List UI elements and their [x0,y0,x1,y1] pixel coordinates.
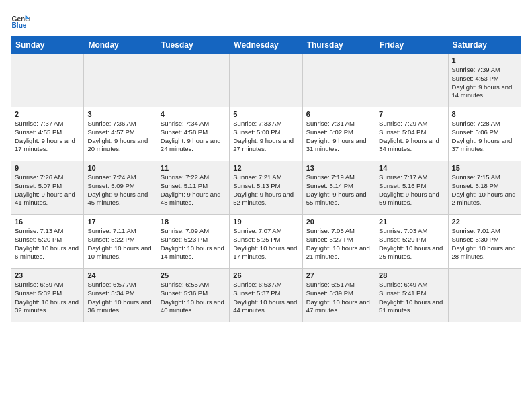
day-info: Sunrise: 7:21 AMSunset: 5:13 PMDaylight:… [233,173,298,208]
day-number: 19 [233,218,298,226]
day-info: Sunrise: 6:55 AMSunset: 5:36 PMDaylight:… [161,281,226,315]
calendar-cell: 26Sunrise: 6:53 AMSunset: 5:37 PMDayligh… [230,269,302,322]
week-row-4: 16Sunrise: 7:13 AMSunset: 5:20 PMDayligh… [11,215,521,269]
day-info: Sunrise: 7:09 AMSunset: 5:23 PMDaylight:… [161,227,226,261]
day-number: 21 [379,218,444,226]
weekday-header-tuesday: Tuesday [157,37,229,54]
day-info: Sunrise: 7:31 AMSunset: 5:02 PMDaylight:… [306,120,371,154]
day-info: Sunrise: 7:05 AMSunset: 5:27 PMDaylight:… [306,227,371,261]
day-number: 8 [452,110,517,118]
day-number: 17 [87,218,152,226]
calendar-cell: 18Sunrise: 7:09 AMSunset: 5:23 PMDayligh… [157,215,229,269]
calendar-cell: 14Sunrise: 7:17 AMSunset: 5:16 PMDayligh… [375,161,448,215]
day-number: 14 [379,164,444,172]
day-number: 26 [233,271,298,279]
day-info: Sunrise: 7:29 AMSunset: 5:04 PMDaylight:… [379,120,444,154]
day-info: Sunrise: 7:36 AMSunset: 4:57 PMDaylight:… [87,120,152,154]
day-number: 28 [379,271,444,279]
calendar-cell [230,54,302,107]
header: General Blue [11,11,521,30]
weekday-header-row: SundayMondayTuesdayWednesdayThursdayFrid… [11,37,521,54]
week-row-5: 23Sunrise: 6:59 AMSunset: 5:32 PMDayligh… [11,269,521,322]
day-number: 25 [161,271,226,279]
calendar-cell: 16Sunrise: 7:13 AMSunset: 5:20 PMDayligh… [11,215,84,269]
day-number: 4 [161,110,226,118]
calendar-cell: 22Sunrise: 7:01 AMSunset: 5:30 PMDayligh… [448,215,521,269]
day-number: 9 [15,164,80,172]
logo-icon: General Blue [11,11,30,30]
day-number: 6 [306,110,371,118]
calendar-cell: 3Sunrise: 7:36 AMSunset: 4:57 PMDaylight… [84,107,157,161]
day-info: Sunrise: 7:39 AMSunset: 4:53 PMDaylight:… [452,66,517,100]
day-number: 13 [306,164,371,172]
day-info: Sunrise: 7:24 AMSunset: 5:09 PMDaylight:… [87,173,152,208]
day-info: Sunrise: 6:53 AMSunset: 5:37 PMDaylight:… [233,281,298,315]
day-info: Sunrise: 7:28 AMSunset: 5:06 PMDaylight:… [452,120,517,154]
day-number: 11 [161,164,226,172]
calendar-cell: 21Sunrise: 7:03 AMSunset: 5:29 PMDayligh… [375,215,448,269]
calendar: SundayMondayTuesdayWednesdayThursdayFrid… [11,36,521,322]
day-number: 7 [379,110,444,118]
calendar-cell: 7Sunrise: 7:29 AMSunset: 5:04 PMDaylight… [375,107,448,161]
calendar-cell: 12Sunrise: 7:21 AMSunset: 5:13 PMDayligh… [230,161,302,215]
calendar-cell: 28Sunrise: 6:49 AMSunset: 5:41 PMDayligh… [375,269,448,322]
weekday-header-sunday: Sunday [11,37,84,54]
weekday-header-wednesday: Wednesday [230,37,302,54]
weekday-header-saturday: Saturday [448,37,521,54]
calendar-cell [84,54,157,107]
week-row-2: 2Sunrise: 7:37 AMSunset: 4:55 PMDaylight… [11,107,521,161]
calendar-cell: 6Sunrise: 7:31 AMSunset: 5:02 PMDaylight… [302,107,375,161]
calendar-cell: 9Sunrise: 7:26 AMSunset: 5:07 PMDaylight… [11,161,84,215]
day-info: Sunrise: 7:03 AMSunset: 5:29 PMDaylight:… [379,227,444,261]
day-info: Sunrise: 7:01 AMSunset: 5:30 PMDaylight:… [452,227,517,261]
calendar-cell: 15Sunrise: 7:15 AMSunset: 5:18 PMDayligh… [448,161,521,215]
calendar-cell: 27Sunrise: 6:51 AMSunset: 5:39 PMDayligh… [302,269,375,322]
day-number: 10 [87,164,152,172]
calendar-cell: 19Sunrise: 7:07 AMSunset: 5:25 PMDayligh… [230,215,302,269]
week-row-3: 9Sunrise: 7:26 AMSunset: 5:07 PMDaylight… [11,161,521,215]
calendar-cell: 11Sunrise: 7:22 AMSunset: 5:11 PMDayligh… [157,161,229,215]
day-number: 5 [233,110,298,118]
day-info: Sunrise: 6:57 AMSunset: 5:34 PMDaylight:… [87,281,152,315]
weekday-header-monday: Monday [84,37,157,54]
calendar-cell [448,269,521,322]
day-info: Sunrise: 7:07 AMSunset: 5:25 PMDaylight:… [233,227,298,261]
calendar-cell [375,54,448,107]
day-info: Sunrise: 6:49 AMSunset: 5:41 PMDaylight:… [379,281,444,315]
calendar-cell: 10Sunrise: 7:24 AMSunset: 5:09 PMDayligh… [84,161,157,215]
calendar-cell: 5Sunrise: 7:33 AMSunset: 5:00 PMDaylight… [230,107,302,161]
calendar-cell [11,54,84,107]
day-number: 3 [87,110,152,118]
calendar-cell: 1Sunrise: 7:39 AMSunset: 4:53 PMDaylight… [448,54,521,107]
weekday-header-friday: Friday [375,37,448,54]
day-info: Sunrise: 7:37 AMSunset: 4:55 PMDaylight:… [15,120,80,154]
day-info: Sunrise: 7:11 AMSunset: 5:22 PMDaylight:… [87,227,152,261]
day-number: 24 [87,271,152,279]
day-number: 18 [161,218,226,226]
calendar-cell: 20Sunrise: 7:05 AMSunset: 5:27 PMDayligh… [302,215,375,269]
day-info: Sunrise: 6:59 AMSunset: 5:32 PMDaylight:… [15,281,80,315]
day-number: 15 [452,164,517,172]
calendar-cell: 2Sunrise: 7:37 AMSunset: 4:55 PMDaylight… [11,107,84,161]
day-info: Sunrise: 7:13 AMSunset: 5:20 PMDaylight:… [15,227,80,261]
day-number: 23 [15,271,80,279]
day-number: 16 [15,218,80,226]
day-number: 1 [452,56,517,64]
day-info: Sunrise: 7:22 AMSunset: 5:11 PMDaylight:… [161,173,226,208]
calendar-cell: 24Sunrise: 6:57 AMSunset: 5:34 PMDayligh… [84,269,157,322]
day-info: Sunrise: 7:34 AMSunset: 4:58 PMDaylight:… [161,120,226,154]
day-number: 22 [452,218,517,226]
weekday-header-thursday: Thursday [302,37,375,54]
calendar-cell [157,54,229,107]
day-number: 27 [306,271,371,279]
day-info: Sunrise: 7:15 AMSunset: 5:18 PMDaylight:… [452,173,517,208]
day-number: 2 [15,110,80,118]
calendar-cell [302,54,375,107]
svg-text:Blue: Blue [12,21,27,29]
day-info: Sunrise: 7:33 AMSunset: 5:00 PMDaylight:… [233,120,298,154]
day-info: Sunrise: 7:17 AMSunset: 5:16 PMDaylight:… [379,173,444,208]
day-info: Sunrise: 6:51 AMSunset: 5:39 PMDaylight:… [306,281,371,315]
calendar-cell: 25Sunrise: 6:55 AMSunset: 5:36 PMDayligh… [157,269,229,322]
day-number: 12 [233,164,298,172]
logo: General Blue [11,11,32,30]
